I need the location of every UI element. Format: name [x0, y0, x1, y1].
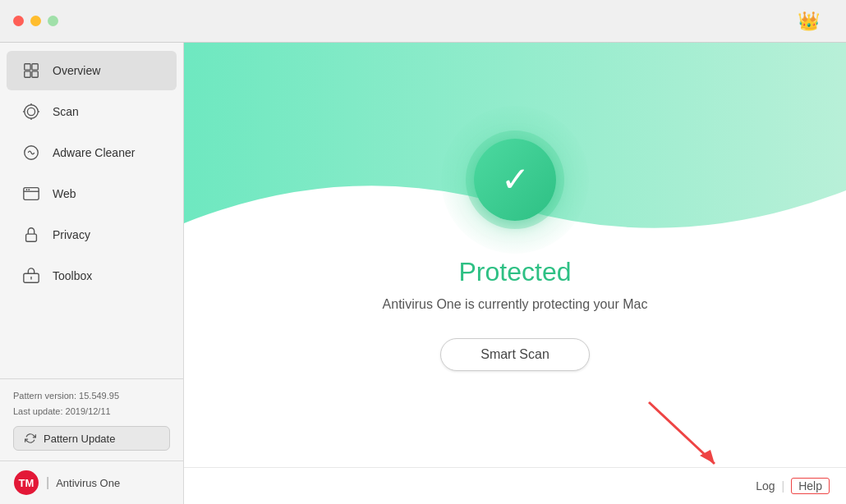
sidebar-footer: Pattern version: 15.549.95 Last update: … [0, 378, 183, 460]
minimize-button[interactable] [30, 16, 41, 26]
smart-scan-button[interactable]: Smart Scan [440, 338, 590, 371]
web-icon [20, 182, 43, 205]
sidebar-item-scan[interactable]: Scan [7, 92, 177, 131]
overview-icon [20, 59, 43, 82]
brand-divider: | [46, 475, 49, 490]
shield-circle: ✓ [474, 139, 556, 221]
titlebar: 👑 [0, 0, 846, 43]
sidebar-item-overview-label: Overview [53, 64, 100, 77]
pattern-update-button[interactable]: Pattern Update [13, 426, 170, 451]
main-bottom-bar: Log | Help [184, 467, 846, 504]
svg-rect-0 [25, 64, 30, 70]
toolbox-icon [20, 264, 43, 287]
svg-rect-1 [32, 64, 38, 70]
sidebar-nav: Overview Scan Adware Cleaner [0, 43, 183, 378]
last-update: Last update: 2019/12/11 [13, 405, 170, 419]
svg-point-4 [25, 105, 39, 119]
help-button[interactable]: Help [791, 478, 830, 494]
traffic-lights [13, 16, 58, 26]
sidebar-item-privacy-label: Privacy [53, 228, 90, 241]
checkmark-icon: ✓ [501, 163, 530, 197]
content-area: ✓ Protected Antivirus One is currently p… [184, 43, 846, 467]
log-help-divider: | [782, 479, 785, 493]
sidebar-item-web[interactable]: Web [7, 174, 177, 213]
sidebar-item-toolbox-label: Toolbox [53, 269, 92, 282]
sidebar-item-adware-cleaner-label: Adware Cleaner [53, 146, 135, 159]
adware-cleaner-icon [20, 141, 43, 164]
sidebar: Overview Scan Adware Cleaner [0, 43, 184, 504]
brand-bar: TM | Antivirus One [0, 460, 183, 504]
scan-icon [20, 100, 43, 123]
svg-rect-2 [25, 71, 30, 77]
svg-rect-3 [32, 71, 38, 77]
refresh-icon [24, 432, 37, 445]
brand-name: Antivirus One [56, 477, 120, 489]
trend-micro-logo: TM [13, 470, 39, 496]
maximize-button[interactable] [48, 16, 58, 26]
sidebar-item-adware-cleaner[interactable]: Adware Cleaner [7, 133, 177, 172]
pattern-update-label: Pattern Update [44, 433, 115, 445]
protected-subtitle: Antivirus One is currently protecting yo… [383, 297, 648, 312]
pattern-version: Pattern version: 15.549.95 [13, 389, 170, 403]
protected-title: Protected [459, 257, 572, 287]
log-link[interactable]: Log [756, 479, 775, 493]
close-button[interactable] [13, 16, 24, 26]
privacy-icon [20, 223, 43, 246]
shield-container: ✓ [457, 122, 572, 237]
sidebar-item-scan-label: Scan [53, 105, 79, 118]
svg-text:TM: TM [19, 477, 34, 489]
svg-rect-11 [24, 188, 39, 200]
main-content: ✓ Protected Antivirus One is currently p… [184, 43, 846, 504]
svg-point-5 [27, 108, 34, 115]
app-body: Overview Scan Adware Cleaner [0, 43, 846, 504]
sidebar-item-overview[interactable]: Overview [7, 51, 177, 90]
sidebar-item-toolbox[interactable]: Toolbox [7, 256, 177, 296]
sidebar-item-privacy[interactable]: Privacy [7, 215, 177, 254]
crown-icon: 👑 [798, 11, 820, 32]
svg-rect-15 [26, 234, 37, 241]
sidebar-item-web-label: Web [53, 187, 76, 200]
